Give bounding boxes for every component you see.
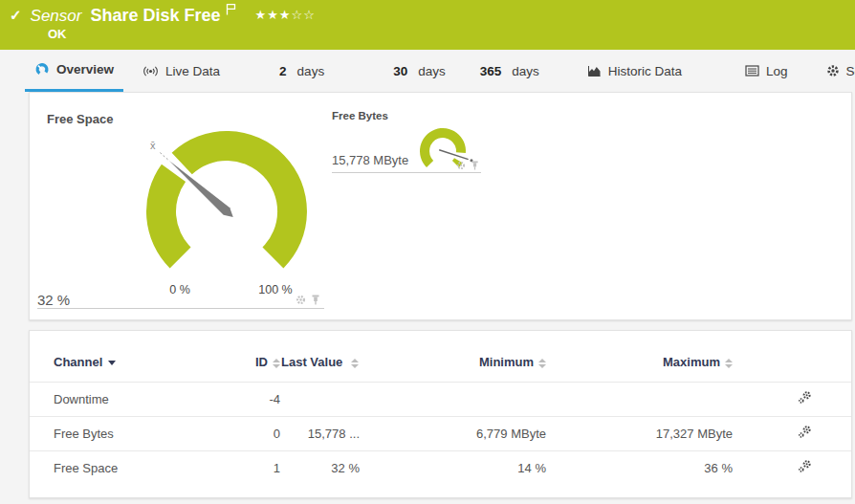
channel-minimum: 14 % bbox=[360, 451, 546, 486]
gauge-icon bbox=[34, 62, 50, 77]
channels-table: Channel ID Last Value Minimum Maximum Do… bbox=[30, 356, 852, 485]
object-type-label: Sensor bbox=[31, 7, 82, 26]
tab-historic-data[interactable]: Historic Data bbox=[578, 50, 691, 92]
stars-filled-icon[interactable]: ★★★ bbox=[255, 8, 292, 22]
column-header-maximum[interactable]: Maximum bbox=[546, 356, 733, 383]
channel-settings-gears-icon[interactable] bbox=[798, 425, 812, 439]
gauge-min-label: 0 % bbox=[161, 283, 199, 296]
tab-label: Settings bbox=[846, 64, 855, 78]
free-bytes-value: 15,778 MByte bbox=[332, 153, 408, 167]
average-marker: x̄ bbox=[150, 140, 156, 151]
priority-flag-icon[interactable] bbox=[226, 2, 236, 19]
tab-number: 30 bbox=[393, 64, 407, 78]
channel-last-value: 32 % bbox=[280, 451, 360, 486]
tab-label: Live Data bbox=[165, 64, 220, 78]
sort-icon bbox=[351, 359, 359, 368]
status-ok-check-icon: ✓ bbox=[10, 7, 22, 24]
channel-minimum bbox=[360, 383, 546, 417]
table-row[interactable]: Free Space 1 32 % 14 % 36 % bbox=[30, 451, 852, 486]
gear-icon bbox=[826, 64, 840, 77]
pin-icon[interactable] bbox=[311, 295, 320, 305]
free-bytes-gauge-tile: Free Bytes 15,778 MByte bbox=[332, 108, 481, 173]
sensor-name: Share Disk Free bbox=[90, 6, 220, 26]
table-row[interactable]: Downtime -4 bbox=[30, 383, 852, 417]
sort-desc-icon bbox=[108, 361, 116, 365]
tab-number: 365 bbox=[480, 64, 502, 78]
free-space-gauge-tile: Free Space x̄ 0 % 100 % 32 % bbox=[37, 108, 324, 309]
stars-empty-icon[interactable]: ☆☆ bbox=[292, 8, 316, 22]
tab-label: days bbox=[418, 64, 446, 78]
channel-id: 0 bbox=[226, 417, 280, 451]
tab-label: days bbox=[512, 64, 539, 78]
channel-name[interactable]: Free Bytes bbox=[30, 417, 226, 451]
column-header-last-value[interactable]: Last Value bbox=[280, 356, 360, 383]
sort-icon bbox=[725, 359, 733, 368]
gauge-settings-gear-icon[interactable] bbox=[296, 295, 306, 305]
channel-maximum: 36 % bbox=[546, 451, 733, 486]
log-icon bbox=[745, 65, 759, 77]
channel-name[interactable]: Downtime bbox=[30, 383, 226, 417]
overview-gauges-panel: Free Space x̄ 0 % 100 % 32 % Free Bytes bbox=[29, 92, 852, 320]
channel-last-value: 15,778 ... bbox=[280, 417, 360, 451]
tab-number: 2 bbox=[279, 64, 287, 78]
column-header-id[interactable]: ID bbox=[226, 356, 280, 383]
tab-label: days bbox=[297, 64, 325, 78]
priority-stars[interactable]: ★★★☆☆ bbox=[255, 8, 316, 22]
table-row[interactable]: Free Bytes 0 15,778 ... 6,779 MByte 17,3… bbox=[30, 417, 852, 451]
tab-2-days[interactable]: 2 days bbox=[270, 50, 334, 92]
table-header-row: Channel ID Last Value Minimum Maximum bbox=[30, 356, 852, 383]
tab-label: Historic Data bbox=[608, 64, 682, 78]
tab-log[interactable]: Log bbox=[735, 50, 798, 92]
channel-last-value bbox=[280, 383, 360, 417]
channel-maximum: 17,327 MByte bbox=[546, 417, 733, 451]
tab-365-days[interactable]: 365 days bbox=[471, 50, 549, 92]
live-data-icon bbox=[142, 65, 159, 77]
tab-label: Log bbox=[766, 64, 788, 78]
channel-maximum bbox=[546, 383, 733, 417]
gauge-max-label: 100 % bbox=[254, 283, 296, 296]
channel-settings-gears-icon[interactable] bbox=[798, 459, 812, 473]
sensor-status-text: OK bbox=[48, 27, 67, 41]
tab-overview[interactable]: Overview bbox=[25, 50, 123, 92]
channels-table-panel: Channel ID Last Value Minimum Maximum Do… bbox=[29, 330, 852, 498]
tab-label: Overview bbox=[56, 62, 114, 77]
tab-bar: Overview Live Data 2 days 30 days 365 da… bbox=[0, 50, 855, 92]
channel-settings-gears-icon[interactable] bbox=[798, 390, 812, 405]
tab-live-data[interactable]: Live Data bbox=[133, 50, 230, 92]
sort-icon bbox=[538, 359, 546, 368]
channel-id: -4 bbox=[226, 383, 280, 417]
tab-30-days[interactable]: 30 days bbox=[384, 50, 455, 92]
sort-icon bbox=[273, 359, 280, 368]
channel-minimum: 6,779 MByte bbox=[360, 417, 546, 451]
tab-settings[interactable]: Settings bbox=[817, 50, 855, 92]
pin-icon[interactable] bbox=[471, 161, 479, 170]
channel-id: 1 bbox=[226, 451, 280, 486]
area-chart-icon bbox=[587, 65, 602, 77]
column-header-minimum[interactable]: Minimum bbox=[360, 356, 546, 383]
sensor-title-bar: ✓ Sensor Share Disk Free ★★★☆☆ OK bbox=[0, 0, 855, 50]
column-header-channel[interactable]: Channel bbox=[30, 356, 226, 383]
channel-name[interactable]: Free Space bbox=[30, 451, 226, 486]
gauge-settings-gear-icon[interactable] bbox=[456, 161, 466, 170]
free-space-value: 32 % bbox=[37, 292, 70, 308]
free-space-gauge: x̄ bbox=[37, 108, 324, 309]
